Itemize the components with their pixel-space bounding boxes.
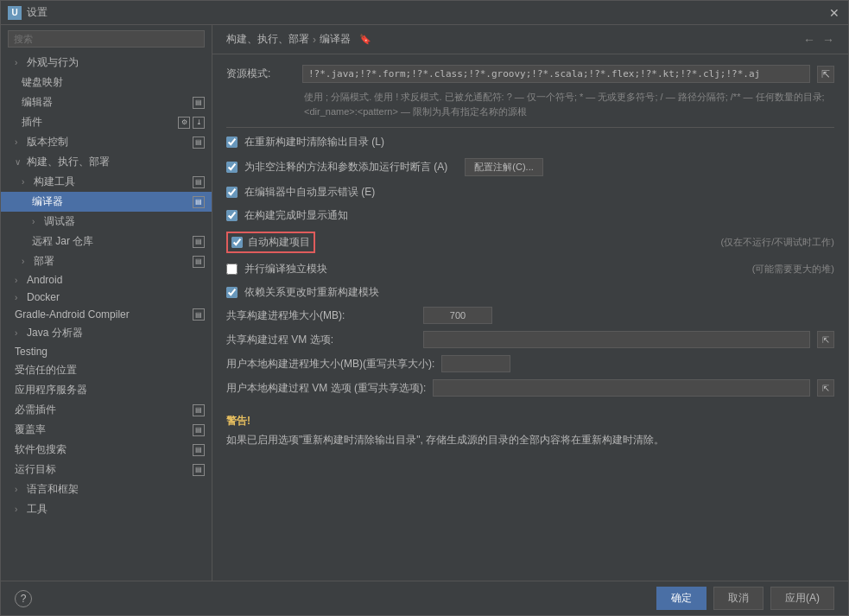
checkbox-rebuild-on-dep: 依赖关系更改时重新构建模块 xyxy=(226,283,834,302)
sidebar-item-label: 软件包搜索 xyxy=(15,442,67,457)
user-local-heap-row: 用户本地构建进程堆大小(MB)(重写共享大小): xyxy=(226,355,834,372)
sidebar-item-compiler[interactable]: 编译器 ▤ xyxy=(1,192,212,212)
sidebar-item-label: 版本控制 xyxy=(27,135,68,149)
cancel-button[interactable]: 取消 xyxy=(713,587,763,610)
warning-section: 警告! 如果已启用选项"重新构建时清除输出目录", 存储生成源的目录的全部内容将… xyxy=(226,414,834,448)
sidebar-item-label: 编译器 xyxy=(32,194,63,209)
build-notification-label[interactable]: 在构建完成时显示通知 xyxy=(244,208,348,223)
sidebar-item-coverage[interactable]: 覆盖率 ▤ xyxy=(1,420,212,440)
sidebar-item-keymap[interactable]: 键盘映射 xyxy=(1,73,212,92)
sidebar-item-testing[interactable]: Testing xyxy=(1,343,212,360)
sidebar-item-required-plugins[interactable]: 必需插件 ▤ xyxy=(1,400,212,420)
title-bar: U 设置 ✕ xyxy=(1,1,848,25)
checkbox-parallel-compile: 并行编译独立模块 (可能需要更大的堆) xyxy=(226,260,834,278)
assertions-label[interactable]: 为非空注释的方法和参数添加运行时断言 (A) xyxy=(244,160,447,175)
sidebar-item-java-analyzer[interactable]: › Java 分析器 xyxy=(1,323,212,343)
compiler-icon: ▤ xyxy=(193,196,205,208)
sidebar-item-app-servers[interactable]: 应用程序服务器 xyxy=(1,380,212,400)
checkbox-show-errors: 在编辑器中自动显示错误 (E) xyxy=(226,183,834,201)
sidebar-item-vcs[interactable]: › 版本控制 ▤ xyxy=(1,132,212,152)
user-local-vm-input[interactable] xyxy=(433,379,810,397)
sidebar-item-deploy[interactable]: › 部署 ▤ xyxy=(1,251,212,271)
user-local-vm-expand-btn[interactable]: ⇱ xyxy=(817,379,834,397)
sidebar-item-label: 插件 xyxy=(22,115,42,130)
sidebar-item-debugger[interactable]: › 调试器 xyxy=(1,212,212,232)
sidebar-item-gradle-android[interactable]: Gradle-Android Compiler ▤ xyxy=(1,306,212,323)
nav-tree: › 外观与行为 键盘映射 编辑器 ▤ 插件 ⚙ ⤓ xyxy=(1,53,212,581)
sidebar-item-docker[interactable]: › Docker xyxy=(1,289,212,306)
sidebar-item-label: 运行目标 xyxy=(15,462,56,477)
sidebar-item-label: 调试器 xyxy=(44,214,75,229)
arrow-icon: › xyxy=(15,58,23,67)
resource-pattern-label: 资源模式: xyxy=(226,67,295,81)
search-input[interactable] xyxy=(8,30,205,48)
shared-heap-input[interactable] xyxy=(423,307,492,324)
run-targets-icon: ▤ xyxy=(193,464,205,476)
sidebar-item-plugins[interactable]: 插件 ⚙ ⤓ xyxy=(1,112,212,132)
warning-title: 警告! xyxy=(226,414,834,429)
resource-pattern-expand-btn[interactable]: ⇱ xyxy=(817,66,834,83)
arrow-icon: ∨ xyxy=(15,157,23,167)
show-errors-checkbox[interactable] xyxy=(226,187,238,198)
ok-button[interactable]: 确定 xyxy=(656,587,706,610)
sidebar-item-package-search[interactable]: 软件包搜索 ▤ xyxy=(1,440,212,460)
shared-heap-row: 共享构建进程堆大小(MB): xyxy=(226,307,834,324)
sidebar-item-trusted-locations[interactable]: 受信任的位置 xyxy=(1,360,212,380)
forward-button[interactable]: → xyxy=(822,33,834,47)
arrow-icon: › xyxy=(15,485,23,494)
parallel-compile-checkbox[interactable] xyxy=(226,264,238,275)
shared-vm-expand-btn[interactable]: ⇱ xyxy=(817,331,834,348)
configure-annotations-button[interactable]: 配置注解(C)... xyxy=(465,158,542,176)
main-content: › 外观与行为 键盘映射 编辑器 ▤ 插件 ⚙ ⤓ xyxy=(1,25,848,581)
sidebar-item-editor[interactable]: 编辑器 ▤ xyxy=(1,92,212,112)
rebuild-dep-checkbox[interactable] xyxy=(226,287,238,298)
build-tools-icon: ▤ xyxy=(193,176,205,188)
assertions-checkbox[interactable] xyxy=(226,162,238,173)
arrow-icon: › xyxy=(22,257,30,266)
clear-output-label[interactable]: 在重新构建时清除输出目录 (L) xyxy=(244,135,384,149)
sidebar-item-remote-jar[interactable]: 远程 Jar 仓库 ▤ xyxy=(1,232,212,251)
help-button[interactable]: ? xyxy=(15,590,32,607)
arrow-icon: › xyxy=(22,177,30,187)
sidebar-item-build-exec-deploy[interactable]: ∨ 构建、执行、部署 xyxy=(1,152,212,172)
sidebar-item-label: 键盘映射 xyxy=(22,75,63,90)
title-bar-left: U 设置 xyxy=(8,5,48,20)
user-local-vm-label: 用户本地构建过程 VM 选项 (重写共享选项): xyxy=(226,381,426,396)
app-icon: U xyxy=(8,6,22,20)
parallel-compile-label[interactable]: 并行编译独立模块 xyxy=(244,262,327,276)
auto-build-label[interactable]: 自动构建项目 xyxy=(248,235,310,250)
sidebar-item-lang-frameworks[interactable]: › 语言和框架 xyxy=(1,479,212,499)
clear-output-checkbox[interactable] xyxy=(226,137,238,148)
sidebar-item-label: 覆盖率 xyxy=(15,422,46,437)
auto-build-checkbox[interactable] xyxy=(231,237,243,248)
sidebar-item-label: Testing xyxy=(15,346,48,358)
sidebar-item-label: 应用程序服务器 xyxy=(15,383,87,397)
back-button[interactable]: ← xyxy=(803,33,815,47)
package-search-icon: ▤ xyxy=(193,444,205,456)
parallel-compile-hint: (可能需要更大的堆) xyxy=(752,263,834,276)
close-button[interactable]: ✕ xyxy=(827,6,841,20)
shared-vm-input[interactable] xyxy=(423,331,810,348)
sidebar-item-run-targets[interactable]: 运行目标 ▤ xyxy=(1,460,212,479)
build-notification-checkbox[interactable] xyxy=(226,210,238,221)
rebuild-dep-label[interactable]: 依赖关系更改时重新构建模块 xyxy=(244,285,379,300)
user-local-heap-input[interactable] xyxy=(441,355,510,372)
user-local-heap-label: 用户本地构建进程堆大小(MB)(重写共享大小): xyxy=(226,357,434,372)
sidebar-item-android[interactable]: › Android xyxy=(1,271,212,289)
show-errors-label[interactable]: 在编辑器中自动显示错误 (E) xyxy=(244,185,375,200)
right-panel: 构建、执行、部署 › 编译器 🔖 ← → 资源模式: ⇱ 使用 xyxy=(212,25,848,581)
apply-button[interactable]: 应用(A) xyxy=(770,587,834,610)
shared-heap-label: 共享构建进程堆大小(MB): xyxy=(226,308,416,323)
breadcrumb-part2: 编译器 xyxy=(320,32,351,47)
sidebar-item-label: 构建、执行、部署 xyxy=(27,155,110,169)
shared-vm-label: 共享构建过程 VM 选项: xyxy=(226,333,416,347)
required-plugins-icon: ▤ xyxy=(193,404,205,416)
sidebar-item-build-tools[interactable]: › 构建工具 ▤ xyxy=(1,172,212,192)
auto-build-highlight: 自动构建项目 xyxy=(226,232,315,253)
breadcrumb-sep: › xyxy=(313,34,316,46)
sidebar-item-tools[interactable]: › 工具 xyxy=(1,499,212,519)
resource-pattern-input[interactable] xyxy=(302,65,810,83)
sidebar-item-appearance[interactable]: › 外观与行为 xyxy=(1,53,212,73)
sidebar-item-label: 受信任的位置 xyxy=(15,363,77,378)
remote-jar-icon: ▤ xyxy=(193,236,205,248)
